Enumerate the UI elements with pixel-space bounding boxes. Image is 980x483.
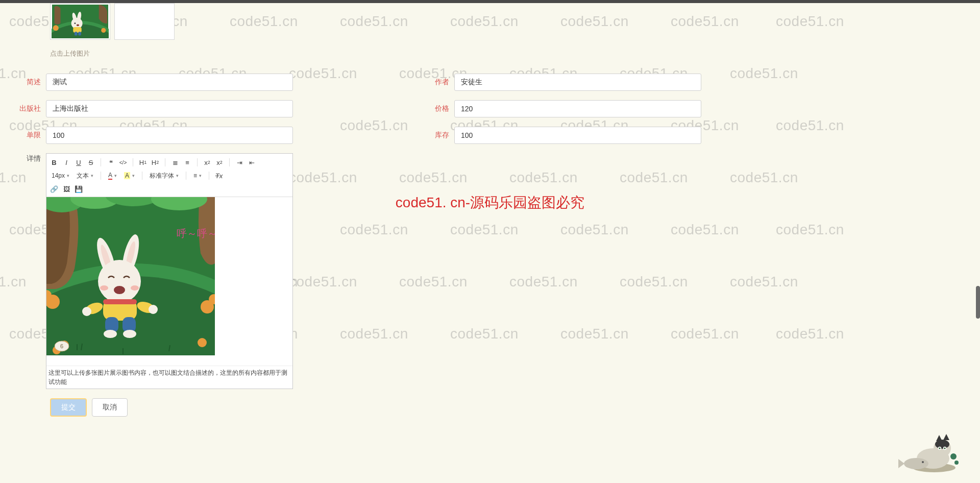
svg-point-9: [77, 25, 80, 27]
brief-input[interactable]: [46, 74, 293, 91]
svg-rect-12: [78, 32, 81, 35]
text-color-button[interactable]: A▾: [106, 172, 119, 180]
price-label: 价格: [408, 104, 454, 113]
font-size-select[interactable]: 14px▾: [50, 172, 71, 179]
limit-input[interactable]: [46, 127, 293, 144]
form: 点击上传图片 简述 作者 出版社 价格 单限 库存: [0, 3, 980, 437]
svg-point-34: [100, 285, 108, 291]
submit-button[interactable]: 提交: [50, 398, 87, 417]
rich-text-editor: B I U S ❝ </> H1 H2 ≣ ≡ x2: [46, 153, 293, 389]
publisher-input[interactable]: [46, 100, 293, 117]
cancel-button[interactable]: 取消: [92, 398, 128, 417]
author-input[interactable]: [454, 74, 701, 91]
save-button[interactable]: 💾: [74, 184, 83, 194]
svg-point-3: [53, 25, 59, 31]
thumbnail-2-empty[interactable]: [114, 3, 175, 40]
font-family-select[interactable]: 标准字体▾: [148, 172, 181, 180]
upload-hint[interactable]: 点击上传图片: [0, 40, 980, 74]
svg-point-60: [904, 458, 928, 469]
price-input[interactable]: [454, 100, 701, 117]
underline-button[interactable]: U: [74, 157, 83, 167]
superscript-button[interactable]: x2: [215, 157, 224, 167]
align-select[interactable]: ≡▾: [191, 172, 204, 179]
image-button[interactable]: 🖼: [62, 184, 71, 194]
detail-label: 详情: [0, 153, 46, 163]
svg-point-57: [939, 447, 940, 449]
svg-point-35: [131, 285, 139, 291]
svg-point-8: [75, 22, 76, 24]
outdent-button[interactable]: ⇤: [247, 157, 256, 167]
svg-text:呼～呼～呼: 呼～呼～呼: [177, 228, 215, 239]
strike-button[interactable]: S: [86, 157, 95, 167]
svg-point-26: [198, 338, 207, 347]
stock-input[interactable]: [454, 127, 701, 144]
svg-point-61: [922, 461, 924, 463]
h1-button[interactable]: H1: [138, 157, 148, 167]
svg-rect-37: [103, 299, 137, 304]
svg-point-4: [101, 28, 106, 33]
bold-button[interactable]: B: [50, 157, 59, 167]
editor-content-illustration: 呼～呼～呼: [46, 197, 215, 355]
italic-button[interactable]: I: [62, 157, 71, 167]
quote-button[interactable]: ❝: [106, 157, 115, 167]
svg-point-63: [954, 461, 959, 465]
bunny-illustration-icon: [52, 5, 109, 38]
svg-point-45: [123, 330, 136, 338]
svg-point-32: [98, 260, 141, 303]
mascot-icon: [893, 432, 960, 473]
indent-button[interactable]: ⇥: [235, 157, 244, 167]
thumbnail-row: [0, 3, 980, 40]
limit-label: 单限: [0, 131, 46, 140]
ordered-list-button[interactable]: ≣: [170, 157, 180, 167]
svg-point-44: [104, 330, 117, 338]
editor-body[interactable]: 呼～呼～呼: [46, 197, 292, 366]
subscript-button[interactable]: x2: [203, 157, 212, 167]
button-row: 提交 取消: [50, 398, 980, 417]
clear-format-button[interactable]: Tx: [214, 171, 224, 181]
publisher-label: 出版社: [0, 104, 46, 113]
h2-button[interactable]: H2: [151, 157, 160, 167]
thumbnail-1[interactable]: [50, 3, 110, 40]
svg-point-62: [950, 453, 957, 460]
editor-footer-text: 这里可以上传多张图片展示图书内容，也可以图文结合描述的，这里的所有内容都用于测试…: [46, 366, 292, 389]
svg-text:6: 6: [60, 343, 63, 349]
svg-point-33: [114, 286, 125, 294]
code-button[interactable]: </>: [118, 157, 128, 167]
svg-point-59: [944, 447, 945, 449]
svg-point-41: [149, 305, 158, 314]
paragraph-select[interactable]: 文本▾: [75, 172, 95, 180]
author-label: 作者: [408, 78, 454, 87]
svg-rect-11: [75, 32, 78, 35]
svg-point-40: [82, 307, 91, 316]
svg-point-55: [935, 440, 949, 449]
link-button[interactable]: 🔗: [50, 184, 59, 194]
unordered-list-button[interactable]: ≡: [183, 157, 192, 167]
stock-label: 库存: [408, 131, 454, 140]
editor-toolbar: B I U S ❝ </> H1 H2 ≣ ≡ x2: [46, 154, 292, 197]
highlight-color-button[interactable]: A▾: [122, 172, 137, 179]
brief-label: 简述: [0, 78, 46, 87]
